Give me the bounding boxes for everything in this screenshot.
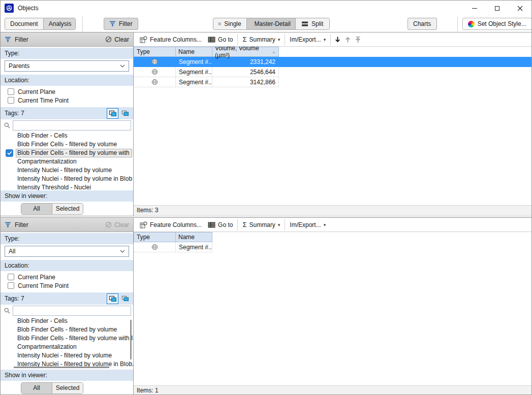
goto-button[interactable]: Go to <box>205 34 236 46</box>
type-dropdown[interactable]: Parents <box>5 60 129 72</box>
tag-item[interactable]: Compartmentalization <box>1 157 133 166</box>
move-down-button[interactable] <box>332 34 342 45</box>
current-plane-checkbox-row[interactable]: Current Plane <box>1 86 133 96</box>
table-header-row: Type Name Volume, Volume (µm³) ▲ <box>134 47 532 57</box>
tag-item[interactable]: Intensity Nuclei - filtered by volume in… <box>1 175 133 183</box>
tab-document[interactable]: Document <box>5 18 44 29</box>
feature-columns-button[interactable]: Feature Columns... <box>137 219 205 231</box>
arrow-down-icon <box>334 36 341 43</box>
tag-search-input[interactable] <box>13 306 131 316</box>
vertical-scrollbar[interactable] <box>130 320 132 359</box>
type-cell <box>134 242 176 252</box>
tag-match-any-button[interactable] <box>119 108 131 119</box>
view-single-button[interactable]: Single <box>213 18 247 29</box>
tag-item[interactable]: Blob Finder Cells - filtered by volume w… <box>1 334 133 343</box>
imexport-button[interactable]: Im/Export... ▾ <box>287 34 329 46</box>
tag-item-checked[interactable]: Blob Finder Cells - filtered by volume w… <box>1 149 133 157</box>
tag-item[interactable]: Intensity Nuclei - filtered by volume <box>1 166 133 175</box>
tags-header: Tags: 7 <box>1 107 133 119</box>
column-header-type[interactable]: Type <box>134 232 176 242</box>
tag-item[interactable]: Compartmentalization <box>1 343 133 351</box>
maximize-button[interactable] <box>486 1 509 16</box>
horizontal-scrollbar[interactable] <box>14 367 109 368</box>
search-icon <box>4 308 10 314</box>
summary-button[interactable]: Σ Summary ▾ <box>239 34 283 46</box>
table-row[interactable]: Segment #... 3142,866 <box>134 77 532 87</box>
tag-overlap-icon <box>121 110 129 116</box>
tag-match-any-button[interactable] <box>119 293 131 304</box>
minimize-button[interactable] <box>463 1 486 16</box>
show-selected-button[interactable]: Selected <box>52 204 83 214</box>
feature-columns-button[interactable]: Feature Columns... <box>137 34 205 46</box>
name-cell: Segment #... <box>176 67 212 77</box>
feature-columns-icon <box>140 36 147 43</box>
table-header-row: Type Name <box>134 232 532 242</box>
show-all-button[interactable]: All <box>21 383 52 393</box>
show-in-viewer-switch: All Selected <box>21 382 83 394</box>
color-wheel-icon <box>468 21 475 27</box>
document-analysis-switch: Document Analysis <box>5 18 76 30</box>
current-time-point-checkbox-row[interactable]: Current Time Point <box>1 96 133 105</box>
show-selected-button[interactable]: Selected <box>52 383 83 393</box>
filter-icon <box>5 37 11 43</box>
show-all-button[interactable]: All <box>21 204 52 214</box>
type-dropdown[interactable]: All <box>5 246 129 257</box>
column-header-type[interactable]: Type <box>134 47 176 57</box>
sort-ascending-icon: ▲ <box>272 50 276 54</box>
move-up-button[interactable] <box>342 34 353 45</box>
show-in-viewer-switch: All Selected <box>21 203 83 215</box>
tag-match-all-button[interactable] <box>107 293 118 304</box>
clear-filter-button[interactable]: Clear <box>105 36 129 43</box>
column-header-name[interactable]: Name <box>176 232 212 242</box>
top-toolbar: Document Analysis Filter Single Master-D… <box>1 16 531 32</box>
column-header-name[interactable]: Name <box>176 47 212 57</box>
tag-item[interactable]: Blob Finder Cells - filtered by volume <box>1 325 133 334</box>
filter-icon <box>109 21 116 27</box>
checkbox-icon <box>8 282 14 289</box>
close-button[interactable] <box>509 1 531 16</box>
charts-button[interactable]: Charts <box>408 18 437 30</box>
sphere-icon <box>151 244 158 250</box>
tag-item[interactable]: Intensity Threshold - Nuclei <box>1 183 133 190</box>
type-cell <box>134 77 176 87</box>
tag-item[interactable]: Blob Finder - Cells <box>1 131 133 140</box>
move-to-top-button[interactable] <box>353 34 363 45</box>
set-object-style-button[interactable]: Set Object Style... <box>462 18 532 30</box>
detail-toolbar: Feature Columns... Go to Σ Summary ▾ Im/… <box>134 218 532 232</box>
tag-item[interactable]: Blob Finder - Cells <box>1 317 133 325</box>
goto-button[interactable]: Go to <box>205 219 236 231</box>
detail-table: Type Name Segment #... <box>134 232 532 385</box>
sigma-icon: Σ <box>242 221 246 228</box>
sphere-icon <box>151 79 158 85</box>
tag-item[interactable]: Blob Finder Cells - filtered by volume <box>1 140 133 149</box>
clear-filter-button-disabled[interactable]: Clear <box>105 221 129 228</box>
name-cell: Segment #... <box>176 57 212 67</box>
checkbox-checked-icon <box>6 149 13 157</box>
filter-panel-header: Filter Clear <box>1 218 133 232</box>
search-icon <box>4 122 10 128</box>
type-cell <box>134 57 176 67</box>
current-time-point-checkbox-row[interactable]: Current Time Point <box>1 281 133 290</box>
tag-item[interactable]: Intensity Nuclei - filtered by volume <box>1 351 133 360</box>
close-icon <box>517 6 523 11</box>
table-row[interactable]: Segment #... <box>134 242 532 252</box>
tag-match-all-button[interactable] <box>107 108 118 119</box>
table-row-selected[interactable]: Segment #... 2331,242 <box>134 57 532 67</box>
current-plane-checkbox-row[interactable]: Current Plane <box>1 271 133 281</box>
imexport-button[interactable]: Im/Export... ▾ <box>287 219 329 231</box>
toolbar-separator <box>82 16 83 31</box>
table-row[interactable]: Segment #... 2546,644 <box>134 67 532 77</box>
filter-toggle-button[interactable]: Filter <box>104 18 138 30</box>
show-in-viewer-label: Show in viewer: <box>1 190 133 202</box>
view-split-button[interactable]: Split <box>296 18 329 29</box>
column-header-volume[interactable]: Volume, Volume (µm³) ▲ <box>212 47 279 57</box>
master-toolbar: Feature Columns... Go to Σ Summary ▾ Im/… <box>134 32 532 47</box>
app-logo-icon <box>5 4 14 13</box>
master-table: Type Name Volume, Volume (µm³) ▲ Segment… <box>134 47 532 205</box>
tab-analysis[interactable]: Analysis <box>44 18 76 29</box>
summary-button[interactable]: Σ Summary ▾ <box>239 219 283 231</box>
checkbox-icon <box>8 97 14 104</box>
tag-search-input[interactable] <box>13 120 131 130</box>
show-in-viewer-label: Show in viewer: <box>1 370 133 381</box>
view-master-detail-button[interactable]: Master-Detail <box>247 18 296 29</box>
